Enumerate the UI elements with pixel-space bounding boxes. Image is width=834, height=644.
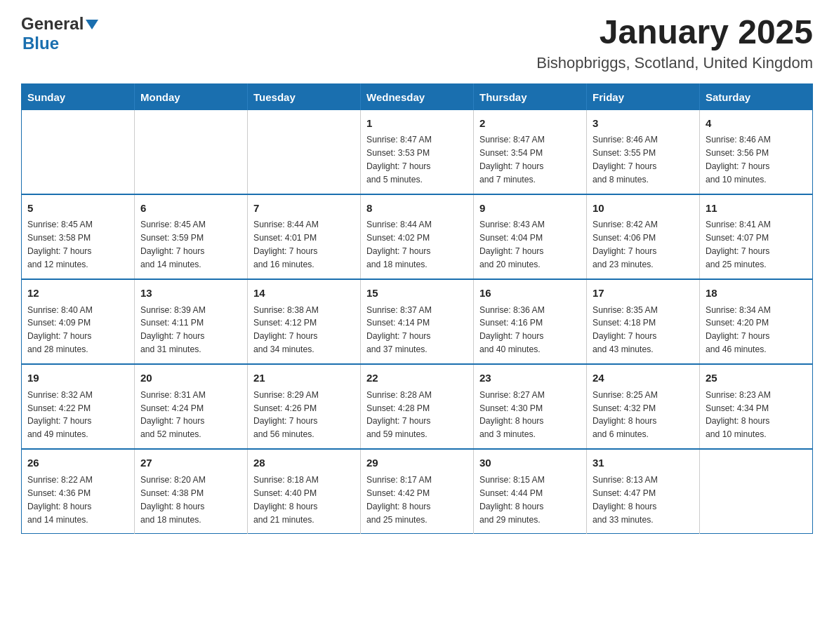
day-number: 26 — [27, 455, 128, 471]
day-number: 9 — [479, 201, 581, 217]
day-info: Sunrise: 8:41 AM Sunset: 4:07 PM Dayligh… — [706, 218, 807, 271]
day-info: Sunrise: 8:44 AM Sunset: 4:02 PM Dayligh… — [366, 218, 468, 271]
day-number: 23 — [479, 370, 581, 387]
calendar-day-cell: 5Sunrise: 8:45 AM Sunset: 3:58 PM Daylig… — [22, 194, 135, 279]
day-info: Sunrise: 8:29 AM Sunset: 4:26 PM Dayligh… — [253, 389, 355, 442]
day-number: 15 — [366, 286, 468, 302]
calendar-week-row: 26Sunrise: 8:22 AM Sunset: 4:36 PM Dayli… — [22, 449, 813, 534]
calendar-day-cell: 11Sunrise: 8:41 AM Sunset: 4:07 PM Dayli… — [700, 194, 813, 279]
calendar-week-row: 19Sunrise: 8:32 AM Sunset: 4:22 PM Dayli… — [22, 364, 813, 449]
day-number: 28 — [253, 455, 355, 471]
calendar-day-cell: 23Sunrise: 8:27 AM Sunset: 4:30 PM Dayli… — [474, 364, 587, 449]
day-info: Sunrise: 8:38 AM Sunset: 4:12 PM Dayligh… — [253, 304, 355, 357]
calendar-day-cell: 21Sunrise: 8:29 AM Sunset: 4:26 PM Dayli… — [248, 364, 361, 449]
day-number: 27 — [140, 455, 241, 471]
header: General Blue January 2025 Bishopbriggs, … — [21, 14, 813, 72]
calendar-day-cell: 8Sunrise: 8:44 AM Sunset: 4:02 PM Daylig… — [361, 194, 474, 279]
day-info: Sunrise: 8:45 AM Sunset: 3:58 PM Dayligh… — [27, 218, 128, 271]
day-number: 17 — [593, 286, 694, 302]
day-number: 13 — [140, 286, 241, 302]
calendar-table: SundayMondayTuesdayWednesdayThursdayFrid… — [21, 83, 813, 535]
day-info: Sunrise: 8:20 AM Sunset: 4:38 PM Dayligh… — [140, 474, 241, 527]
logo-general-text: General — [21, 14, 84, 34]
page-subtitle: Bishopbriggs, Scotland, United Kingdom — [536, 54, 813, 72]
day-number: 12 — [27, 286, 128, 302]
day-number: 22 — [366, 370, 468, 387]
calendar-day-cell: 9Sunrise: 8:43 AM Sunset: 4:04 PM Daylig… — [474, 194, 587, 279]
day-info: Sunrise: 8:46 AM Sunset: 3:56 PM Dayligh… — [706, 133, 807, 187]
calendar-day-cell: 20Sunrise: 8:31 AM Sunset: 4:24 PM Dayli… — [135, 364, 248, 449]
day-number: 7 — [253, 201, 355, 217]
day-of-week-header: Wednesday — [361, 83, 474, 110]
day-info: Sunrise: 8:39 AM Sunset: 4:11 PM Dayligh… — [140, 304, 241, 357]
day-info: Sunrise: 8:36 AM Sunset: 4:16 PM Dayligh… — [479, 304, 581, 357]
day-info: Sunrise: 8:43 AM Sunset: 4:04 PM Dayligh… — [479, 218, 581, 271]
day-info: Sunrise: 8:34 AM Sunset: 4:20 PM Dayligh… — [706, 304, 807, 357]
calendar-day-cell: 27Sunrise: 8:20 AM Sunset: 4:38 PM Dayli… — [135, 449, 248, 534]
page-title: January 2025 — [536, 14, 813, 51]
calendar-day-cell: 10Sunrise: 8:42 AM Sunset: 4:06 PM Dayli… — [587, 194, 700, 279]
day-info: Sunrise: 8:22 AM Sunset: 4:36 PM Dayligh… — [27, 474, 128, 527]
day-info: Sunrise: 8:23 AM Sunset: 4:34 PM Dayligh… — [706, 389, 807, 442]
day-info: Sunrise: 8:27 AM Sunset: 4:30 PM Dayligh… — [479, 389, 581, 442]
day-info: Sunrise: 8:47 AM Sunset: 3:53 PM Dayligh… — [366, 133, 468, 187]
calendar-day-cell: 14Sunrise: 8:38 AM Sunset: 4:12 PM Dayli… — [248, 279, 361, 364]
calendar-day-cell: 22Sunrise: 8:28 AM Sunset: 4:28 PM Dayli… — [361, 364, 474, 449]
calendar-day-cell: 6Sunrise: 8:45 AM Sunset: 3:59 PM Daylig… — [135, 194, 248, 279]
day-number: 3 — [593, 116, 694, 132]
day-number: 2 — [479, 116, 581, 132]
logo-triangle-icon — [86, 20, 98, 29]
day-number: 21 — [253, 370, 355, 387]
day-number: 20 — [140, 370, 241, 387]
day-info: Sunrise: 8:15 AM Sunset: 4:44 PM Dayligh… — [479, 474, 581, 527]
day-info: Sunrise: 8:17 AM Sunset: 4:42 PM Dayligh… — [366, 474, 468, 527]
calendar-day-cell: 30Sunrise: 8:15 AM Sunset: 4:44 PM Dayli… — [474, 449, 587, 534]
day-info: Sunrise: 8:46 AM Sunset: 3:55 PM Dayligh… — [593, 133, 694, 187]
calendar-week-row: 1Sunrise: 8:47 AM Sunset: 3:53 PM Daylig… — [22, 110, 813, 194]
day-number: 16 — [479, 286, 581, 302]
day-info: Sunrise: 8:37 AM Sunset: 4:14 PM Dayligh… — [366, 304, 468, 357]
day-header-row: SundayMondayTuesdayWednesdayThursdayFrid… — [22, 83, 813, 110]
day-info: Sunrise: 8:45 AM Sunset: 3:59 PM Dayligh… — [140, 218, 241, 271]
day-info: Sunrise: 8:28 AM Sunset: 4:28 PM Dayligh… — [366, 389, 468, 442]
calendar-body: 1Sunrise: 8:47 AM Sunset: 3:53 PM Daylig… — [22, 110, 813, 534]
calendar-day-cell — [248, 110, 361, 194]
day-number: 11 — [706, 201, 807, 217]
day-info: Sunrise: 8:31 AM Sunset: 4:24 PM Dayligh… — [140, 389, 241, 442]
logo-blue-text: Blue — [22, 34, 59, 53]
calendar-day-cell: 12Sunrise: 8:40 AM Sunset: 4:09 PM Dayli… — [22, 279, 135, 364]
day-number: 5 — [27, 201, 128, 217]
day-info: Sunrise: 8:25 AM Sunset: 4:32 PM Dayligh… — [593, 389, 694, 442]
calendar-day-cell — [135, 110, 248, 194]
calendar-day-cell: 17Sunrise: 8:35 AM Sunset: 4:18 PM Dayli… — [587, 279, 700, 364]
calendar-week-row: 5Sunrise: 8:45 AM Sunset: 3:58 PM Daylig… — [22, 194, 813, 279]
day-of-week-header: Sunday — [22, 83, 135, 110]
day-number: 31 — [593, 455, 694, 471]
day-number: 8 — [366, 201, 468, 217]
calendar-day-cell: 3Sunrise: 8:46 AM Sunset: 3:55 PM Daylig… — [587, 110, 700, 194]
day-info: Sunrise: 8:32 AM Sunset: 4:22 PM Dayligh… — [27, 389, 128, 442]
calendar-day-cell: 28Sunrise: 8:18 AM Sunset: 4:40 PM Dayli… — [248, 449, 361, 534]
calendar-day-cell: 25Sunrise: 8:23 AM Sunset: 4:34 PM Dayli… — [700, 364, 813, 449]
svg-marker-0 — [86, 20, 98, 29]
day-number: 1 — [366, 116, 468, 132]
title-area: January 2025 Bishopbriggs, Scotland, Uni… — [536, 14, 813, 72]
day-of-week-header: Tuesday — [248, 83, 361, 110]
calendar-day-cell: 19Sunrise: 8:32 AM Sunset: 4:22 PM Dayli… — [22, 364, 135, 449]
day-of-week-header: Thursday — [474, 83, 587, 110]
logo: General Blue — [21, 14, 98, 53]
calendar-header: SundayMondayTuesdayWednesdayThursdayFrid… — [22, 83, 813, 110]
calendar-day-cell: 1Sunrise: 8:47 AM Sunset: 3:53 PM Daylig… — [361, 110, 474, 194]
day-number: 25 — [706, 370, 807, 387]
day-number: 19 — [27, 370, 128, 387]
day-info: Sunrise: 8:13 AM Sunset: 4:47 PM Dayligh… — [593, 474, 694, 527]
day-info: Sunrise: 8:40 AM Sunset: 4:09 PM Dayligh… — [27, 304, 128, 357]
day-number: 29 — [366, 455, 468, 471]
calendar-day-cell: 26Sunrise: 8:22 AM Sunset: 4:36 PM Dayli… — [22, 449, 135, 534]
calendar-day-cell: 31Sunrise: 8:13 AM Sunset: 4:47 PM Dayli… — [587, 449, 700, 534]
day-number: 24 — [593, 370, 694, 387]
day-of-week-header: Saturday — [700, 83, 813, 110]
day-number: 14 — [253, 286, 355, 302]
calendar-day-cell: 7Sunrise: 8:44 AM Sunset: 4:01 PM Daylig… — [248, 194, 361, 279]
calendar-day-cell: 24Sunrise: 8:25 AM Sunset: 4:32 PM Dayli… — [587, 364, 700, 449]
